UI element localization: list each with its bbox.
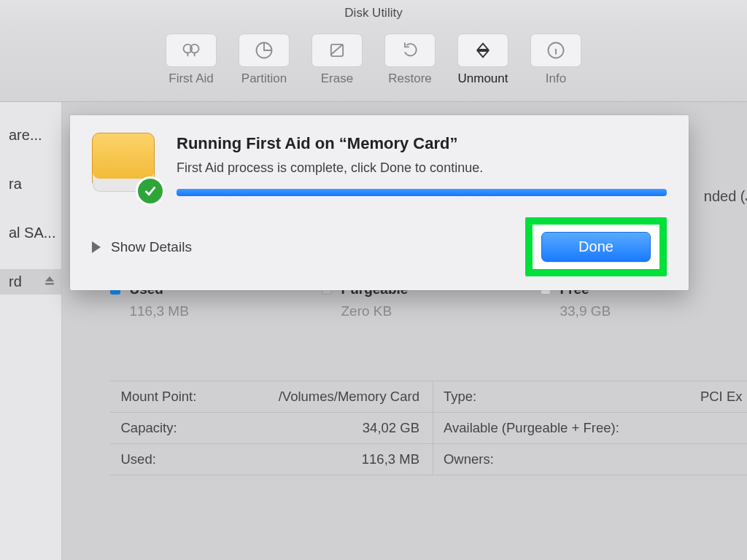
show-details-toggle[interactable]: Show Details — [92, 239, 192, 255]
details-value: 116,3 MB — [362, 451, 419, 467]
progress-bar — [177, 189, 667, 196]
toolbar: First Aid Partition Erase Restore Unmoun… — [0, 26, 747, 102]
toolbar-item-restore[interactable]: Restore — [381, 34, 439, 86]
sidebar-item[interactable]: ra — [0, 171, 61, 197]
toolbar-label: Erase — [321, 71, 353, 86]
details-value: PCI Ex — [700, 389, 743, 405]
checkmark-icon — [136, 176, 165, 206]
toolbar-label: First Aid — [169, 71, 213, 86]
sidebar-item-label: rd — [9, 273, 22, 290]
window-title: Disk Utility — [0, 0, 747, 26]
sidebar: are... ra al SA... rd — [0, 102, 62, 560]
sidebar-item[interactable]: al SA... — [0, 220, 61, 246]
erase-icon — [311, 34, 363, 67]
details-row: Used: 116,3 MB — [110, 444, 433, 475]
details-key: Type: — [444, 389, 476, 405]
usage-value: Zero KB — [322, 303, 541, 319]
partition-icon — [239, 34, 290, 67]
details-key: Owners: — [444, 451, 494, 467]
details-row: Type: PCI Ex — [433, 381, 747, 413]
details-row: Owners: — [433, 444, 747, 475]
sheet-title: Running First Aid on “Memory Card” — [177, 134, 667, 153]
toolbar-item-partition[interactable]: Partition — [235, 34, 293, 86]
details-key: Mount Point: — [120, 389, 196, 405]
toolbar-label: Restore — [388, 71, 432, 86]
volume-format-fragment: nded (J — [704, 188, 747, 205]
details-key: Used: — [120, 451, 155, 467]
restore-icon — [384, 34, 436, 67]
sidebar-item[interactable]: are... — [0, 122, 61, 148]
eject-icon[interactable] — [44, 273, 55, 290]
details-value: /Volumes/Memory Card — [279, 389, 419, 405]
toolbar-item-info[interactable]: Info — [527, 34, 585, 86]
info-icon — [530, 34, 581, 67]
details-row: Available (Purgeable + Free): — [433, 413, 747, 444]
svg-rect-5 — [45, 283, 54, 285]
sidebar-item-label: al SA... — [9, 225, 55, 241]
done-highlight: Done — [525, 217, 667, 276]
sidebar-item-label: are... — [9, 127, 42, 144]
first-aid-sheet: Running First Aid on “Memory Card” First… — [70, 115, 689, 290]
sidebar-item-selected[interactable]: rd — [0, 269, 61, 295]
usage-value: 116,3 MB — [110, 303, 322, 319]
done-button[interactable]: Done — [541, 232, 651, 262]
usage-value: 33,9 GB — [541, 303, 747, 319]
toolbar-item-unmount[interactable]: Unmount — [454, 34, 512, 86]
toolbar-label: Info — [546, 71, 566, 86]
toolbar-label: Unmount — [458, 71, 508, 86]
details-row: Mount Point: /Volumes/Memory Card — [110, 381, 433, 413]
details-value: 34,02 GB — [363, 420, 419, 436]
details-key: Available (Purgeable + Free): — [444, 420, 619, 436]
disk-icon — [92, 133, 159, 200]
sidebar-item-label: ra — [9, 176, 22, 192]
toolbar-item-first-aid[interactable]: First Aid — [162, 34, 220, 86]
details-table: Mount Point: /Volumes/Memory Card Capaci… — [110, 381, 747, 475]
show-details-label: Show Details — [111, 239, 192, 255]
disclosure-triangle-icon — [92, 241, 101, 253]
details-row: Capacity: 34,02 GB — [110, 413, 433, 444]
unmount-icon — [457, 34, 508, 67]
toolbar-item-erase[interactable]: Erase — [308, 34, 366, 86]
first-aid-icon — [166, 34, 217, 67]
toolbar-label: Partition — [241, 71, 287, 86]
details-key: Capacity: — [120, 420, 177, 436]
sheet-subtitle: First Aid process is complete, click Don… — [177, 160, 667, 176]
